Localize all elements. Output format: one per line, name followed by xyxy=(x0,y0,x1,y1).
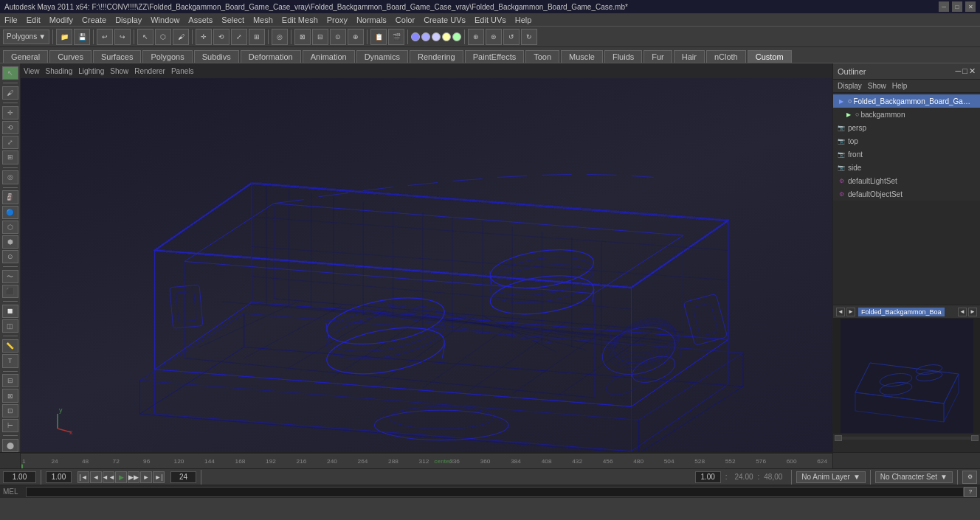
outliner-item-0[interactable]: ▶ ○ Folded_Backgammon_Board_Game_Case xyxy=(833,94,980,108)
input-output-button[interactable]: ⊟ xyxy=(2,374,18,387)
menu-item-edit-uvs[interactable]: Edit UVs xyxy=(473,15,508,24)
outliner-item-1[interactable]: ▶ ○ backgammon xyxy=(833,108,980,121)
outliner-item-5[interactable]: 📷 side xyxy=(833,161,980,174)
move-tool-button[interactable]: ✛ xyxy=(2,106,18,119)
play-fast-forward-button[interactable]: ▶▶ xyxy=(128,471,139,483)
menu-item-create-uvs[interactable]: Create UVs xyxy=(422,15,467,24)
restore-button[interactable]: □ xyxy=(952,1,962,12)
save-button[interactable]: 💾 xyxy=(74,29,90,45)
lasso-button[interactable]: ⬡ xyxy=(155,29,171,45)
module-tab-deformation[interactable]: Deformation xyxy=(241,50,301,63)
menu-item-help[interactable]: Help xyxy=(514,15,534,24)
module-tab-rendering[interactable]: Rendering xyxy=(410,50,463,63)
render-layer-button[interactable]: ⊡ xyxy=(2,404,18,417)
outliner-horizontal-scrollbar[interactable] xyxy=(833,433,980,442)
soft-mod-tool-button[interactable]: ◎ xyxy=(2,170,18,184)
anim-layer-icon-button[interactable]: ⊢ xyxy=(2,419,18,432)
scroll-track[interactable] xyxy=(842,437,971,440)
playback-start-input[interactable] xyxy=(695,471,721,483)
viewport-canvas[interactable]: y x MEL xyxy=(21,78,832,452)
menu-item-file[interactable]: File xyxy=(3,15,19,24)
menu-item-window[interactable]: Window xyxy=(149,15,181,24)
snap-point-button[interactable]: ⊙ xyxy=(330,29,346,45)
anim-layer-button[interactable]: No Anim Layer ▼ xyxy=(796,471,866,483)
render-button[interactable]: 🎬 xyxy=(388,29,404,45)
outliner-item-6[interactable]: ⚙ defaultLightSet xyxy=(833,174,980,187)
scroll-left-button[interactable]: ◄ xyxy=(836,308,845,316)
menu-item-proxy[interactable]: Proxy xyxy=(325,15,349,24)
menu-item-select[interactable]: Select xyxy=(220,15,246,24)
joint-button[interactable]: ⬢ xyxy=(2,235,18,249)
outliner-minimize-button[interactable]: ─ xyxy=(956,66,962,76)
paint-button[interactable]: 🖌 xyxy=(173,29,189,45)
color-btn2[interactable] xyxy=(421,32,430,41)
viewport-menu-shading[interactable]: Shading xyxy=(46,67,73,75)
color-btn1[interactable] xyxy=(411,32,420,41)
timeline[interactable]: 1 24 48 72 96 120 144 168 192 216 240 26… xyxy=(21,453,832,468)
char-set-button[interactable]: No Character Set ▼ xyxy=(875,471,953,483)
module-tab-custom[interactable]: Custom xyxy=(748,50,792,63)
module-tab-hair[interactable]: Hair xyxy=(674,50,705,63)
minimize-button[interactable]: ─ xyxy=(939,1,949,12)
history-button[interactable]: 📋 xyxy=(370,29,387,45)
menu-item-display[interactable]: Display xyxy=(114,15,143,24)
end-frame-input[interactable] xyxy=(170,471,196,483)
create-nurbs-button[interactable]: ◫ xyxy=(2,319,18,333)
scroll-handle-right[interactable] xyxy=(971,435,979,441)
module-tab-dynamics[interactable]: Dynamics xyxy=(356,50,408,63)
icon-btn3[interactable]: ↺ xyxy=(503,29,520,45)
viewport-menu-view[interactable]: View xyxy=(24,67,40,75)
paint-select-button[interactable]: 🖌 xyxy=(2,86,18,100)
misc-btn1[interactable]: ⬤ xyxy=(2,439,18,452)
step-forward-button[interactable]: ► xyxy=(140,471,152,483)
menu-item-assets[interactable]: Assets xyxy=(187,15,214,24)
module-tab-polygons[interactable]: Polygons xyxy=(142,50,192,63)
viewport-menu-show[interactable]: Show xyxy=(110,67,128,75)
snap-view-button[interactable]: ⊕ xyxy=(348,29,364,45)
menu-item-create[interactable]: Create xyxy=(80,15,108,24)
select-tool-button[interactable]: ↖ xyxy=(2,66,18,80)
play-back-button[interactable]: ◄◄ xyxy=(103,471,114,483)
rotate-button[interactable]: ⟲ xyxy=(213,29,230,45)
close-button[interactable]: ✕ xyxy=(965,1,976,12)
outliner-item-3[interactable]: 📷 top xyxy=(833,134,980,148)
text-button[interactable]: T xyxy=(2,354,18,367)
soft-mod-button[interactable]: ◎ xyxy=(272,29,288,45)
module-tab-subdivs[interactable]: Subdivs xyxy=(194,50,239,63)
mel-help-button[interactable]: ? xyxy=(964,487,977,497)
start-frame-input[interactable] xyxy=(46,471,72,483)
go-to-end-button[interactable]: ►| xyxy=(153,471,165,483)
undo-button[interactable]: ↩ xyxy=(97,29,113,45)
rotate-tool-button[interactable]: ⟲ xyxy=(2,121,18,134)
scale-tool-button[interactable]: ⤢ xyxy=(2,136,18,149)
scale-button[interactable]: ⤢ xyxy=(231,29,247,45)
mode-dropdown[interactable]: Polygons ▼ xyxy=(3,30,49,44)
play-forward-button[interactable]: ▶ xyxy=(115,471,127,483)
menu-item-edit[interactable]: Edit xyxy=(25,15,42,24)
outliner-menu-show[interactable]: Show xyxy=(868,82,886,90)
outliner-item-4[interactable]: 📷 front xyxy=(833,148,980,161)
measure-button[interactable]: 📏 xyxy=(2,339,18,353)
outliner-menu-display[interactable]: Display xyxy=(838,82,862,90)
viewport[interactable]: ViewShadingLightingShowRendererPanels xyxy=(21,63,832,452)
module-tab-painteffects[interactable]: PaintEffects xyxy=(465,50,525,63)
scroll-right-button[interactable]: ► xyxy=(846,308,855,316)
transform-button[interactable]: ⊞ xyxy=(249,29,265,45)
menu-item-normals[interactable]: Normals xyxy=(355,15,388,24)
outliner-close-button[interactable]: ✕ xyxy=(969,66,976,76)
step-back-button[interactable]: ◄ xyxy=(90,471,102,483)
module-tab-general[interactable]: General xyxy=(3,50,48,63)
ik-button[interactable]: ⊙ xyxy=(2,250,18,263)
cluster-button[interactable]: 🔵 xyxy=(2,206,18,219)
surface-button[interactable]: ⬛ xyxy=(2,285,18,298)
redo-button[interactable]: ↪ xyxy=(114,29,131,45)
move-button[interactable]: ✛ xyxy=(196,29,212,45)
universal-manip-button[interactable]: ⊞ xyxy=(2,150,18,164)
preferences-button[interactable]: ⚙ xyxy=(962,471,977,484)
outliner-item-2[interactable]: 📷 persp xyxy=(833,121,980,134)
module-tab-ncloth[interactable]: nCloth xyxy=(706,50,746,63)
go-to-start-button[interactable]: |◄ xyxy=(77,471,89,483)
color-btn5[interactable] xyxy=(452,32,461,41)
module-tab-toon[interactable]: Toon xyxy=(525,50,559,63)
sculpt-button[interactable]: 🗿 xyxy=(2,190,18,204)
